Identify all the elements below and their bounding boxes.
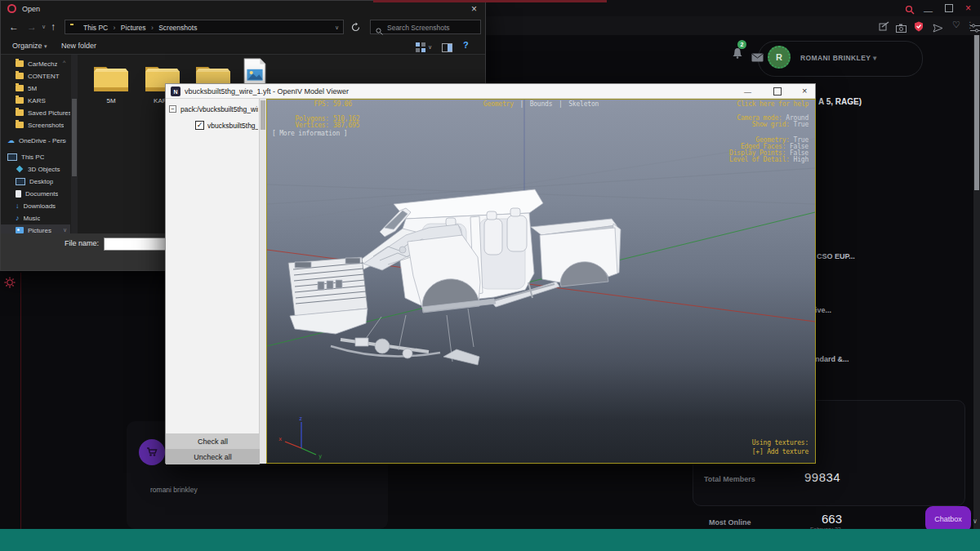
uncheck-all-button[interactable]: Uncheck all	[166, 449, 260, 464]
nav-scrollbar-thumb[interactable]	[72, 99, 77, 176]
axis-x-label: x	[278, 436, 282, 442]
gear-icon[interactable]	[4, 277, 16, 291]
truck-3d-model[interactable]	[283, 178, 635, 382]
folder-icon	[16, 109, 24, 116]
browser-minimize-icon[interactable]: —	[924, 7, 933, 16]
viewport-settings: Click here for help Camera mode: Around …	[729, 101, 808, 163]
file-item-folder[interactable]: 5M	[92, 61, 130, 105]
help-icon[interactable]: ?	[463, 40, 469, 50]
sidebar-item-music[interactable]: ♪Music	[1, 212, 70, 224]
openiv-window: N vbucksbuilt5thg_wire_1.yft - OpenIV Mo…	[165, 83, 816, 464]
file-label: 5M	[92, 97, 130, 104]
sidebar-item-3d-objects[interactable]: 3D Objects	[1, 163, 70, 175]
sidebar-item-label: CarMechz	[28, 60, 57, 68]
add-texture-button[interactable]: [+] Add texture	[752, 447, 808, 456]
window-minimize-icon[interactable]: —	[744, 88, 751, 96]
folder-icon	[16, 97, 24, 104]
avatar[interactable]: R	[768, 46, 791, 69]
preview-pane-icon[interactable]	[442, 41, 452, 56]
openiv-titlebar[interactable]: N vbucksbuilt5thg_wire_1.yft - OpenIV Mo…	[166, 84, 815, 99]
sidebar-item-documents[interactable]: Documents	[1, 188, 70, 199]
tree-expander-icon[interactable]: −	[169, 105, 176, 113]
tab-bounds[interactable]: Bounds	[530, 100, 553, 108]
view-mode-icon[interactable]	[416, 41, 425, 56]
tab-geometry[interactable]: Geometry	[483, 100, 514, 108]
total-members-label: Total Members	[704, 475, 794, 483]
address-bar[interactable]: This PC › Pictures › Screenshots ∨	[65, 20, 344, 34]
sidebar-item-downloads[interactable]: ↓Downloads	[1, 200, 70, 211]
sidebar-item-kars[interactable]: KARS	[1, 95, 70, 106]
snapshot-camera-icon[interactable]	[896, 21, 906, 36]
vpn-shield-icon[interactable]	[914, 20, 924, 35]
browser-restore-icon[interactable]	[945, 4, 953, 12]
breadcrumb-separator: ›	[114, 24, 116, 32]
tab-skeleton[interactable]: Skeleton	[568, 100, 599, 108]
model-viewport[interactable]: FPS:59.06 Polygons:510,162 Vertices:387,…	[266, 99, 816, 464]
sidebar-item-label: 5M	[28, 85, 37, 92]
browser-search-icon[interactable]	[905, 3, 915, 18]
breadcrumb-item[interactable]: Pictures	[121, 24, 146, 32]
axis-z-label: z	[299, 415, 302, 422]
breadcrumb-item[interactable]: This PC	[83, 24, 108, 32]
dialog-close-icon[interactable]: ×	[471, 3, 477, 15]
send-icon[interactable]	[933, 21, 943, 36]
help-link[interactable]: Click here for help	[729, 101, 808, 108]
desktop: — × ♡ ⋮ 2 R	[0, 0, 980, 551]
tree-root-label[interactable]: pack:/vbucksbuilt5thg_wir	[180, 105, 258, 113]
sidebar-item-screenshots[interactable]: Screenshots	[1, 119, 70, 131]
sidebar-item-label: Documents	[25, 190, 58, 198]
recent-locations-icon[interactable]: ∨	[42, 24, 46, 30]
sidebar-item-onedrive[interactable]: ☁OneDrive - Personal	[1, 135, 70, 146]
more-information-link[interactable]: [ More information ]	[272, 131, 359, 137]
tab-separator: |	[559, 100, 563, 108]
browser-close-icon[interactable]: ×	[965, 2, 971, 14]
thread-title-fragment[interactable]: A 5, RAGE)	[818, 97, 884, 106]
check-all-button[interactable]: Check all	[166, 433, 260, 449]
user-name: ROMANI BRINKLEY	[800, 54, 871, 62]
sidebar-link-fragment[interactable]: ndard &...	[815, 355, 872, 363]
search-input[interactable]: Search Screenshots	[370, 20, 481, 34]
sidebar-divider	[20, 273, 21, 529]
new-folder-button[interactable]: New folder	[61, 42, 96, 50]
breadcrumb-item[interactable]: Screenshots	[158, 24, 197, 32]
sidebar-item-carmechz[interactable]: CarMechz	[1, 58, 70, 69]
collapse-chevron-icon[interactable]: ^	[63, 60, 65, 65]
tree-scrollbar-track[interactable]	[260, 99, 266, 464]
tree-child-label[interactable]: vbucksbuilt5thg_v	[207, 122, 258, 130]
sidebar-item-content[interactable]: CONTENT	[1, 70, 70, 82]
expand-chevron-icon[interactable]: ∨	[63, 227, 67, 233]
taskbar: Links 2 N Λ R	[0, 529, 980, 551]
heart-icon[interactable]: ♡	[952, 20, 960, 30]
window-maximize-icon[interactable]	[773, 87, 782, 96]
opera-icon	[7, 4, 16, 13]
tree-checkbox[interactable]: ✓	[195, 121, 204, 130]
notification-bell-icon[interactable]	[732, 47, 743, 62]
sliders-icon[interactable]	[970, 21, 980, 36]
forward-icon[interactable]: →	[27, 21, 37, 33]
sidebar-item-label: Desktop	[29, 178, 53, 185]
dialog-navbar: ← → ∨ ↑ This PC › Pictures › Screenshots…	[1, 17, 485, 37]
sidebar-item-this-pc[interactable]: This PC	[1, 151, 70, 162]
user-menu[interactable]: ROMANI BRINKLEY ▾	[800, 54, 906, 62]
sidebar-link-fragment[interactable]: CSO EUP...	[817, 252, 874, 260]
tree-scrollbar-thumb[interactable]	[261, 100, 265, 130]
sidebar-link-fragment[interactable]: ive...	[815, 306, 872, 314]
window-close-icon[interactable]: ×	[802, 86, 807, 96]
scroll-down-arrow-icon[interactable]: ∨	[973, 518, 978, 525]
dialog-titlebar[interactable]: Open ×	[1, 1, 485, 17]
refresh-icon[interactable]	[350, 21, 361, 36]
sidebar-item-desktop[interactable]: Desktop	[1, 176, 70, 187]
up-icon[interactable]: ↑	[51, 21, 56, 33]
sidebar-item-saved-pictures[interactable]: Saved Pictures	[1, 107, 70, 118]
sidebar-item-5m[interactable]: 5M	[1, 82, 70, 94]
chevron-down-icon: ▾	[873, 54, 877, 62]
vertices-row: Vertices:387,695	[272, 122, 359, 129]
compose-icon[interactable]	[879, 20, 889, 35]
page-scrollbar-thumb[interactable]	[974, 35, 979, 190]
messages-envelope-icon[interactable]	[751, 51, 764, 65]
organize-button[interactable]: Organize ▾	[12, 42, 47, 50]
address-dropdown-icon[interactable]: ∨	[335, 24, 339, 31]
store-avatar[interactable]	[139, 439, 165, 465]
back-icon[interactable]: ←	[9, 21, 19, 33]
view-mode-dropdown-icon[interactable]: ∨	[428, 44, 432, 51]
